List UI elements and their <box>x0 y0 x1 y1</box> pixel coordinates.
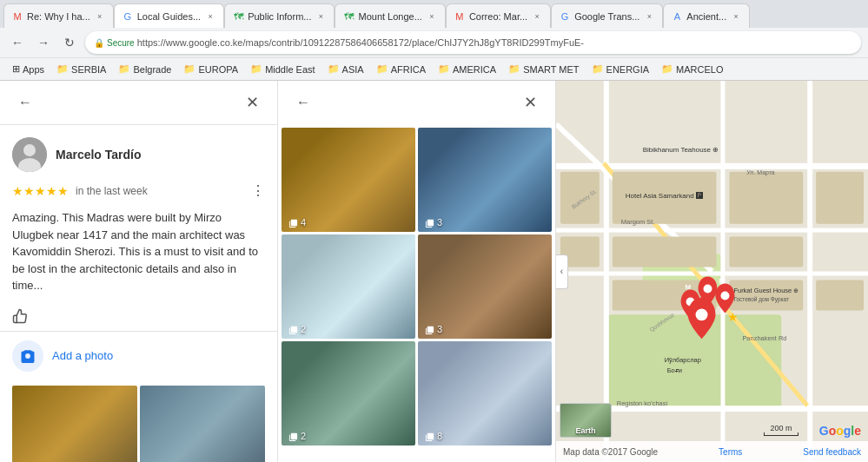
svg-point-40 <box>696 308 708 320</box>
svg-rect-16 <box>613 237 717 267</box>
map-panel[interactable]: Bibikhanum Teahouse ⊕ Hotel Asia Samarka… <box>556 81 868 462</box>
gallery-photo-1[interactable]: 4 <box>282 128 415 232</box>
svg-text:Furkat Guest House ⊕: Furkat Guest House ⊕ <box>733 287 798 294</box>
reload-button[interactable]: ↻ <box>59 32 80 53</box>
bookmark-smart-met-label: SMART MET <box>523 64 579 75</box>
back-button[interactable]: ← <box>7 32 28 53</box>
tab-correo[interactable]: M Correo: Mar... × <box>446 3 551 28</box>
address-bar-row: ← → ↻ 🔒 Secure https://www.google.co.ke/… <box>0 28 868 57</box>
tab-title-ancient: Ancient... <box>686 11 726 22</box>
bookmark-middle-east[interactable]: 📁 Middle East <box>245 62 320 76</box>
svg-point-1 <box>23 144 36 156</box>
review-photo-2[interactable]: 4 <box>140 386 265 463</box>
bookmark-asia-label: ASIA <box>342 64 364 75</box>
map-terms[interactable]: Terms <box>719 447 742 457</box>
map-container[interactable]: Bibikhanum Teahouse ⊕ Hotel Asia Samarka… <box>556 81 868 462</box>
reviewer-info: Marcelo Tardío <box>56 148 142 162</box>
tab-gmail[interactable]: M Re: Why I ha... × <box>3 3 114 28</box>
tab-favicon-trans: G <box>559 10 571 23</box>
folder-icon-serbia: 📁 <box>56 63 69 75</box>
svg-text:Panzhakent Rd: Panzhakent Rd <box>742 334 786 342</box>
gallery-photo-2[interactable]: 3 <box>418 128 552 232</box>
svg-text:М: М <box>703 270 709 278</box>
gallery-photo-4[interactable]: 3 <box>418 234 552 339</box>
scale-label: 200 m <box>770 424 792 432</box>
gallery-photo-5[interactable]: 2 <box>282 341 415 446</box>
photo-gallery-panel: ← ✕ 4 3 2 <box>278 81 556 462</box>
gallery-photo-count-2: 3 <box>425 217 442 228</box>
tab-ancient[interactable]: A Ancient... × <box>663 3 750 28</box>
tab-favicon-ancient: A <box>671 10 683 23</box>
apps-grid-icon: ⊞ <box>12 63 20 75</box>
tab-title-public: Public Inform... <box>248 11 311 22</box>
map-report[interactable]: Send feedback <box>803 447 861 457</box>
svg-rect-8 <box>556 272 868 276</box>
bookmark-europa-label: EUROPA <box>198 64 238 75</box>
tab-close-mount[interactable]: × <box>426 10 438 23</box>
tab-title-gmail: Re: Why I ha... <box>27 11 90 22</box>
earth-thumbnail[interactable]: Earth <box>560 403 612 438</box>
bookmark-marcelo[interactable]: 📁 MARCELO <box>656 62 728 76</box>
svg-text:Registon ko'chasi: Registon ko'chasi <box>617 399 668 407</box>
folder-icon-smart-met: 📁 <box>508 63 520 75</box>
svg-text:Иўлбарслар: Иўлбарслар <box>665 356 701 364</box>
google-e: e <box>854 424 861 438</box>
gallery-photo-count-6: 8 <box>425 431 442 441</box>
bookmark-belgrade-label: Belgrade <box>133 64 171 75</box>
folder-icon-america: 📁 <box>438 63 450 75</box>
review-photo-grid: 3 4 <box>12 386 265 463</box>
add-photo-section[interactable]: Add a photo <box>0 331 277 380</box>
tab-local-guides[interactable]: G Local Guides... × <box>114 3 224 28</box>
svg-text:Боғи: Боғи <box>667 366 682 374</box>
camera-icon-container <box>12 340 43 372</box>
bookmark-asia[interactable]: 📁 ASIA <box>322 62 369 76</box>
gallery-close-button[interactable]: ✕ <box>517 89 543 116</box>
address-bar[interactable]: 🔒 Secure https://www.google.co.ke/maps/c… <box>85 31 861 54</box>
tab-close-ancient[interactable]: × <box>730 10 742 23</box>
gallery-back-button[interactable]: ← <box>290 89 316 116</box>
add-photo-label[interactable]: Add a photo <box>52 349 113 362</box>
panel-back-button[interactable]: ← <box>12 89 38 116</box>
tab-google-trans[interactable]: G Google Trans... × <box>551 3 663 28</box>
map-toggle-button[interactable]: ‹ <box>556 254 568 289</box>
svg-rect-17 <box>729 172 803 224</box>
map-bottom-bar: Map data ©2017 Google Terms Send feedbac… <box>556 441 868 462</box>
bookmark-energia[interactable]: 📁 ENERGIA <box>586 62 655 76</box>
bookmark-apps[interactable]: ⊞ Apps <box>7 62 50 76</box>
tab-close-guides[interactable]: × <box>204 10 216 23</box>
panel-close-button[interactable]: ✕ <box>239 89 265 116</box>
bookmark-america[interactable]: 📁 AMERICA <box>433 62 501 76</box>
address-text: https://www.google.co.ke/maps/contrib/10… <box>137 37 584 48</box>
bookmark-serbia[interactable]: 📁 SERBIA <box>51 62 111 76</box>
reviewer-name: Marcelo Tardío <box>56 148 142 162</box>
gallery-photo-3[interactable]: 2 <box>282 234 415 339</box>
tab-mount[interactable]: 🗺 Mount Longe... × <box>335 3 445 28</box>
svg-text:Bibikhanum Teahouse ⊕: Bibikhanum Teahouse ⊕ <box>643 146 719 154</box>
tab-public-info[interactable]: 🗺 Public Inform... × <box>224 3 335 28</box>
tab-close-correo[interactable]: × <box>531 10 543 23</box>
bookmark-europa[interactable]: 📁 EUROPA <box>178 62 243 76</box>
svg-rect-11 <box>720 81 725 462</box>
tab-close-gmail[interactable]: × <box>94 10 106 23</box>
forward-button[interactable]: → <box>33 32 54 53</box>
tab-close-public[interactable]: × <box>315 10 327 23</box>
tab-title-guides: Local Guides... <box>137 11 201 22</box>
svg-text:М: М <box>686 283 692 291</box>
panel-header: ← ✕ <box>0 81 277 125</box>
svg-text:Hotel Asia Samarkand 🅿: Hotel Asia Samarkand 🅿 <box>626 192 703 200</box>
like-button[interactable] <box>12 308 28 324</box>
review-actions <box>0 301 277 331</box>
review-photo-1[interactable]: 3 <box>12 386 137 463</box>
folder-icon-belgrade: 📁 <box>118 63 130 75</box>
bookmark-smart-met[interactable]: 📁 SMART MET <box>503 62 584 76</box>
gallery-photo-6[interactable]: 8 <box>418 341 552 446</box>
bookmark-africa[interactable]: 📁 AFRICA <box>371 62 431 76</box>
bookmark-belgrade[interactable]: 📁 Belgrade <box>113 62 176 76</box>
review-more-button[interactable]: ⋮ <box>251 182 265 199</box>
svg-text:Гостевой дом Фуркат: Гостевой дом Фуркат <box>733 296 788 303</box>
bookmarks-bar: ⊞ Apps 📁 SERBIA 📁 Belgrade 📁 EUROPA 📁 Mi… <box>0 57 868 80</box>
review-time: in the last week <box>76 185 148 197</box>
tab-close-trans[interactable]: × <box>643 10 655 23</box>
gallery-photo-count-1: 4 <box>288 217 306 228</box>
folder-icon-marcelo: 📁 <box>661 63 673 75</box>
